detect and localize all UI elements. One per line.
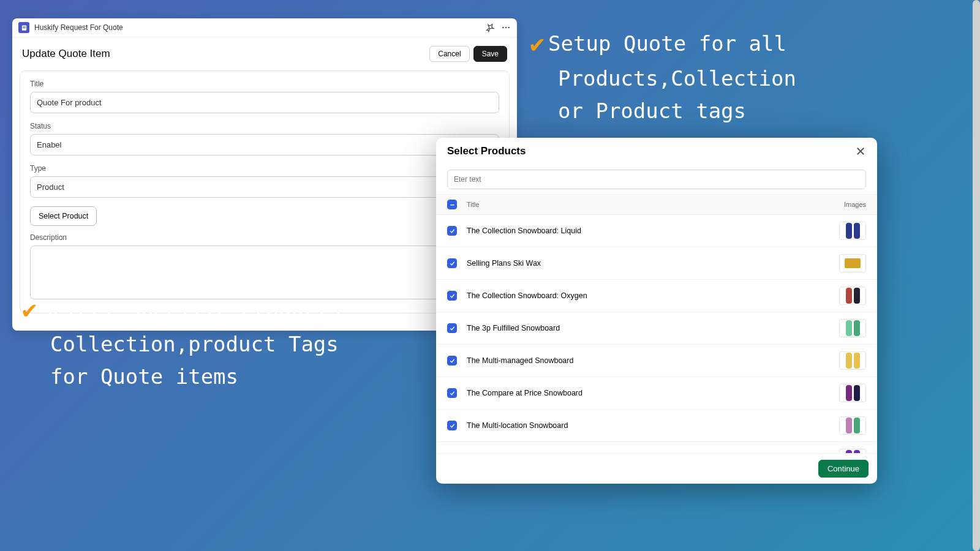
table-row[interactable]: The Inventory Not Tracked Snowboard xyxy=(436,442,877,453)
more-icon[interactable] xyxy=(501,23,511,32)
table-row[interactable]: The Collection Snowboard: Oxygen xyxy=(436,280,877,312)
row-checkbox[interactable] xyxy=(447,388,457,398)
row-checkbox[interactable] xyxy=(447,291,457,301)
callout-bottom: ✔Select Specific Products, Collection,pr… xyxy=(22,290,354,392)
select-products-modal: Select Products Title Images The Collect… xyxy=(436,138,877,484)
app-logo-icon xyxy=(18,22,29,33)
svg-point-3 xyxy=(502,27,504,29)
column-title: Title xyxy=(467,201,823,208)
app-header: Huskify Request For Quote xyxy=(12,18,517,37)
row-title: The Multi-location Snowboard xyxy=(467,421,839,430)
pin-icon[interactable] xyxy=(485,23,495,32)
row-checkbox[interactable] xyxy=(447,356,457,365)
status-select[interactable]: Enabel xyxy=(30,134,499,156)
type-label: Type xyxy=(30,164,499,173)
callout-top: ✔Setup Quote for all Products,Collection… xyxy=(530,24,796,127)
svg-rect-1 xyxy=(23,26,26,27)
description-label: Description xyxy=(30,233,499,242)
table-row[interactable]: The Compare at Price Snowboard xyxy=(436,377,877,410)
continue-button[interactable]: Continue xyxy=(818,460,869,478)
row-thumbnail xyxy=(839,384,866,402)
column-images: Images xyxy=(823,201,866,208)
save-button[interactable]: Save xyxy=(473,46,507,62)
status-label: Status xyxy=(30,122,499,130)
row-thumbnail xyxy=(839,287,866,305)
check-icon: ✔ xyxy=(22,290,37,328)
row-title: The Collection Snowboard: Oxygen xyxy=(467,291,839,300)
row-thumbnail xyxy=(839,416,866,435)
row-checkbox[interactable] xyxy=(447,421,457,430)
search-input[interactable] xyxy=(447,170,866,189)
row-title: The Compare at Price Snowboard xyxy=(467,389,839,397)
type-input[interactable] xyxy=(30,176,499,198)
title-label: Title xyxy=(30,80,499,88)
check-icon: ✔ xyxy=(530,24,545,62)
svg-point-4 xyxy=(505,27,507,29)
title-input[interactable] xyxy=(30,92,499,113)
row-checkbox[interactable] xyxy=(447,226,457,236)
table-row[interactable]: The Multi-managed Snowboard xyxy=(436,345,877,377)
table-row[interactable]: Selling Plans Ski Wax xyxy=(436,247,877,280)
row-thumbnail xyxy=(839,254,866,272)
svg-rect-6 xyxy=(450,204,454,205)
row-checkbox[interactable] xyxy=(447,323,457,333)
row-title: The Multi-managed Snowboard xyxy=(467,356,839,365)
page-scrollbar[interactable] xyxy=(973,0,980,551)
cancel-button[interactable]: Cancel xyxy=(429,46,469,62)
app-title: Huskify Request For Quote xyxy=(34,23,485,32)
row-checkbox[interactable] xyxy=(447,258,457,268)
page-title: Update Quote Item xyxy=(22,48,429,60)
table-row[interactable]: The Multi-location Snowboard xyxy=(436,410,877,442)
row-thumbnail xyxy=(839,351,866,370)
close-icon[interactable] xyxy=(855,146,866,157)
table-header: Title Images xyxy=(436,194,877,215)
row-title: The Collection Snowboard: Liquid xyxy=(467,227,839,235)
table-row[interactable]: The 3p Fulfilled Snowboard xyxy=(436,312,877,345)
table-row[interactable]: The Collection Snowboard: Liquid xyxy=(436,215,877,247)
select-product-button[interactable]: Select Product xyxy=(30,206,97,226)
row-title: The 3p Fulfilled Snowboard xyxy=(467,324,839,332)
select-all-checkbox[interactable] xyxy=(447,200,457,209)
svg-rect-2 xyxy=(23,28,26,28)
row-title: Selling Plans Ski Wax xyxy=(467,259,839,268)
row-thumbnail xyxy=(839,222,866,240)
page-title-row: Update Quote Item Cancel Save xyxy=(12,37,517,68)
row-thumbnail xyxy=(839,319,866,337)
modal-title: Select Products xyxy=(447,145,855,157)
svg-point-5 xyxy=(508,27,510,29)
row-thumbnail xyxy=(839,449,866,453)
